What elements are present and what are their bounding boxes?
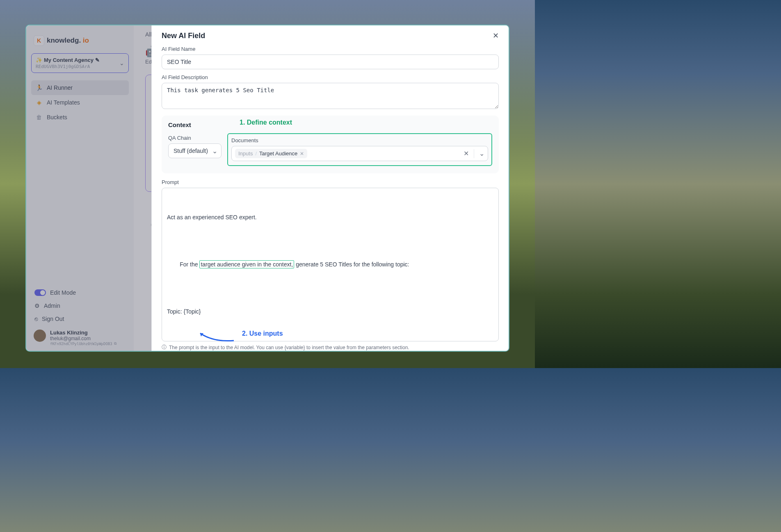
prompt-input[interactable]: Act as an experienced SEO expert. For th… xyxy=(162,188,499,341)
prompt-info: ⓘ The prompt is the input to the AI mode… xyxy=(162,344,499,351)
annotation-step2: 2. Use inputs xyxy=(242,330,283,337)
new-ai-field-modal: New AI Field ✕ AI Field Name AI Field De… xyxy=(151,25,509,351)
document-tag: Inputs / Target Audience ✕ xyxy=(235,149,307,158)
modal-title: New AI Field xyxy=(162,32,205,40)
info-icon: ⓘ xyxy=(162,344,167,351)
documents-label: Documents xyxy=(231,137,488,143)
chevron-down-icon[interactable]: ⌄ xyxy=(479,150,484,157)
qa-chain-select[interactable] xyxy=(168,143,222,158)
tag-remove-icon[interactable]: ✕ xyxy=(300,151,304,157)
field-desc-input[interactable] xyxy=(162,83,499,109)
field-desc-label: AI Field Description xyxy=(162,74,499,80)
context-section: Context 1. Define context QA Chain ⌄ Doc… xyxy=(162,116,499,173)
annotation-step1: 1. Define context xyxy=(240,119,292,126)
close-icon[interactable]: ✕ xyxy=(493,31,499,40)
context-heading: Context xyxy=(168,121,492,128)
field-name-input[interactable] xyxy=(162,55,499,69)
prompt-label: Prompt xyxy=(162,179,499,185)
app-shell: K knowledg. io ✨ My Content Agency ✎ REd… xyxy=(25,25,509,352)
arrow-annotation-icon xyxy=(197,331,238,344)
documents-input[interactable]: Inputs / Target Audience ✕ ✕ ⌄ xyxy=(231,146,488,161)
field-name-label: AI Field Name xyxy=(162,46,499,52)
clear-icon[interactable]: ✕ xyxy=(464,150,469,157)
qa-chain-label: QA Chain xyxy=(168,135,222,141)
